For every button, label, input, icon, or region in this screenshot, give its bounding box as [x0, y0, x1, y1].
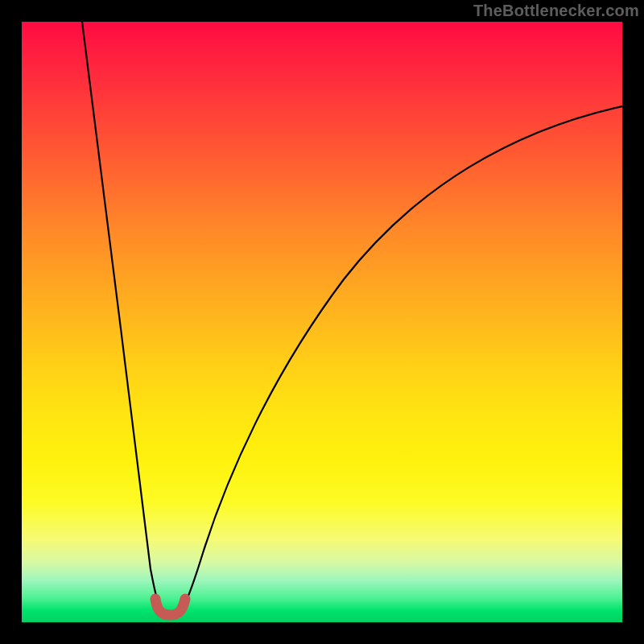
gradient-background — [22, 22, 622, 622]
plot-area — [22, 22, 622, 622]
chart-frame: TheBottlenecker.com — [0, 0, 644, 644]
watermark-text: TheBottlenecker.com — [473, 2, 639, 20]
